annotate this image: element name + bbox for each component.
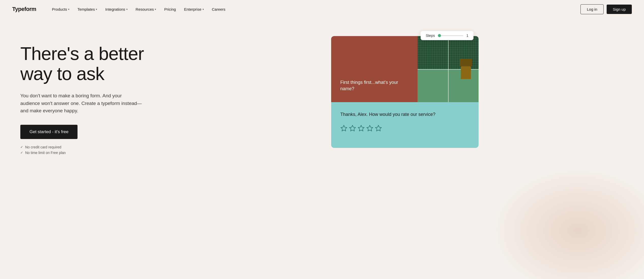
chevron-down-icon: ▾ (96, 8, 97, 11)
form-card-image (418, 36, 479, 102)
nav-templates-label: Templates (78, 7, 95, 11)
form-preview: Steps 1 First things first...what's your… (331, 36, 479, 148)
nav-products-label: Products (52, 7, 67, 11)
chevron-down-icon: ▾ (68, 8, 69, 11)
star-4[interactable] (366, 125, 373, 132)
tennis-court-graphic (418, 36, 479, 102)
steps-pill: Steps 1 (421, 31, 473, 40)
court-line (448, 36, 449, 102)
form-bottom-question: Thanks, Alex. How would you rate our ser… (340, 111, 469, 118)
brand-logo[interactable]: Typeform (12, 6, 36, 12)
nav-integrations-label: Integrations (105, 7, 125, 11)
svg-marker-4 (375, 126, 381, 131)
steps-number: 1 (466, 34, 468, 38)
nav-item-integrations[interactable]: Integrations ▾ (102, 5, 131, 13)
nav-enterprise-label: Enterprise (184, 7, 201, 11)
star-3[interactable] (358, 125, 365, 132)
steps-track (438, 35, 463, 36)
checkmark-icon: ✓ (20, 151, 23, 154)
star-rating (340, 125, 469, 132)
nav-item-products[interactable]: Products ▾ (49, 5, 73, 13)
form-top-question: First things first...what's your name? (340, 79, 408, 92)
check-item-1: ✓ No credit card required (20, 145, 168, 149)
nav-item-careers[interactable]: Careers (208, 5, 229, 13)
chair-graphic (458, 59, 473, 79)
signup-button[interactable]: Sign up (607, 5, 632, 14)
cta-button[interactable]: Get started - it's free (20, 125, 78, 139)
chevron-down-icon: ▾ (126, 8, 128, 11)
steps-dot (438, 34, 441, 37)
form-card-top: First things first...what's your name? (331, 36, 479, 102)
nav-careers-label: Careers (212, 7, 225, 11)
login-button[interactable]: Log in (580, 4, 604, 14)
form-card-top-text: First things first...what's your name? (331, 36, 418, 102)
steps-label: Steps (426, 34, 435, 38)
star-1[interactable] (340, 125, 347, 132)
svg-marker-0 (341, 126, 347, 131)
nav-links: Products ▾ Templates ▾ Integrations ▾ Re… (49, 5, 581, 13)
nav-item-templates[interactable]: Templates ▾ (74, 5, 101, 13)
hero-checks: ✓ No credit card required ✓ No time limi… (20, 145, 168, 155)
svg-marker-2 (358, 126, 364, 131)
nav-resources-label: Resources (136, 7, 154, 11)
svg-marker-1 (349, 126, 355, 131)
hero-subtext: You don't want to make a boring form. An… (20, 92, 142, 114)
chevron-down-icon: ▾ (155, 8, 156, 11)
hero-section: There's a better way to ask You don't wa… (0, 18, 644, 279)
navbar: Typeform Products ▾ Templates ▾ Integrat… (0, 0, 644, 18)
nav-item-pricing[interactable]: Pricing (161, 5, 179, 13)
checkmark-icon: ✓ (20, 145, 23, 149)
check-label-1: No credit card required (25, 145, 61, 149)
check-item-2: ✓ No time limit on Free plan (20, 151, 168, 155)
nav-pricing-label: Pricing (164, 7, 176, 11)
chevron-down-icon: ▾ (203, 8, 204, 11)
hero-headline: There's a better way to ask (20, 44, 168, 84)
star-5[interactable] (375, 125, 382, 132)
nav-item-resources[interactable]: Resources ▾ (132, 5, 160, 13)
hero-right: Steps 1 First things first...what's your… (168, 34, 632, 148)
star-2[interactable] (349, 125, 356, 132)
nav-item-enterprise[interactable]: Enterprise ▾ (180, 5, 207, 13)
svg-marker-3 (367, 126, 373, 131)
nav-actions: Log in Sign up (580, 4, 632, 14)
form-card-bottom: Thanks, Alex. How would you rate our ser… (331, 102, 479, 148)
check-label-2: No time limit on Free plan (25, 151, 66, 155)
hero-left: There's a better way to ask You don't wa… (20, 34, 168, 155)
